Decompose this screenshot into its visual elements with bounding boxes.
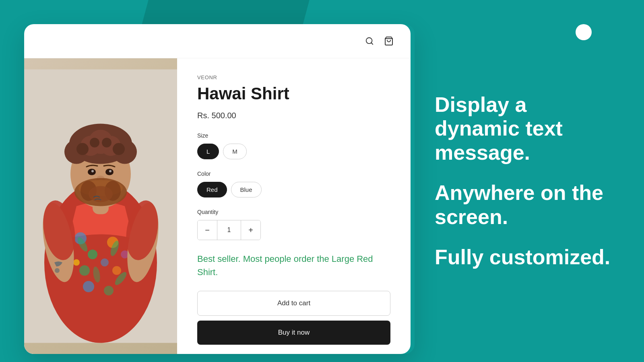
color-label: Color <box>197 171 390 177</box>
white-dot <box>576 24 592 40</box>
svg-line-1 <box>371 43 373 44</box>
svg-point-33 <box>91 170 94 173</box>
quantity-value: 1 <box>217 220 241 240</box>
color-option-red[interactable]: Red <box>197 182 227 197</box>
product-title: Hawai Shirt <box>197 84 390 103</box>
size-options: L M <box>197 144 390 159</box>
quantity-decrease-button[interactable]: − <box>198 220 217 240</box>
svg-point-27 <box>76 143 89 155</box>
search-icon[interactable] <box>364 35 375 47</box>
product-image-container <box>24 58 177 354</box>
product-card: VEONR Hawai Shirt Rs. 500.00 Size L M Co… <box>24 24 411 354</box>
svg-point-13 <box>73 259 80 266</box>
panel-text-line2: Anywhere on the screen. <box>435 181 612 229</box>
product-image <box>24 58 177 354</box>
panel-text-line1: Display a dynamic text message. <box>435 93 612 165</box>
svg-point-47 <box>55 268 60 273</box>
size-option-m[interactable]: M <box>223 144 247 159</box>
card-header <box>24 24 411 58</box>
svg-point-29 <box>90 138 99 148</box>
color-options: Red Blue <box>197 182 390 197</box>
add-to-cart-button[interactable]: Add to cart <box>197 291 390 316</box>
svg-point-9 <box>79 265 90 276</box>
svg-point-30 <box>102 138 111 148</box>
cart-icon[interactable] <box>383 35 394 47</box>
size-label: Size <box>197 132 390 139</box>
svg-point-6 <box>88 250 97 259</box>
svg-point-28 <box>113 143 125 155</box>
quantity-label: Quantity <box>197 209 390 215</box>
buy-now-button[interactable]: Buy it now <box>197 321 390 345</box>
brand-name: VEONR <box>197 74 390 80</box>
header-icons <box>364 35 394 47</box>
product-details: VEONR Hawai Shirt Rs. 500.00 Size L M Co… <box>177 58 411 354</box>
size-option-l[interactable]: L <box>197 144 219 159</box>
svg-point-34 <box>109 170 111 173</box>
quantity-control: − 1 + <box>197 220 261 240</box>
svg-point-11 <box>83 281 94 292</box>
right-panel: Display a dynamic text message. Anywhere… <box>411 24 644 354</box>
color-option-blue[interactable]: Blue <box>231 182 262 197</box>
svg-point-12 <box>104 286 114 296</box>
card-content: VEONR Hawai Shirt Rs. 500.00 Size L M Co… <box>24 58 411 354</box>
product-price: Rs. 500.00 <box>197 111 390 120</box>
dynamic-message: Best seller. Most people order the Large… <box>197 252 390 279</box>
svg-point-10 <box>112 266 121 275</box>
quantity-increase-button[interactable]: + <box>241 220 260 240</box>
svg-point-8 <box>101 259 109 267</box>
panel-text-line3: Fully customized. <box>435 245 612 269</box>
